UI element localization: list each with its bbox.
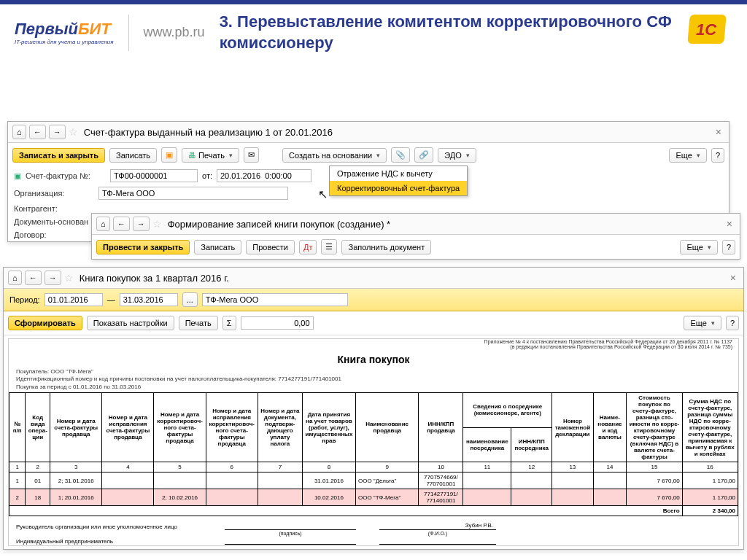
print-button[interactable]: Печать bbox=[179, 316, 218, 330]
logo-1c: 1С bbox=[689, 15, 732, 51]
more-button[interactable]: Еще bbox=[669, 148, 706, 163]
report-area: Приложение № 4 к постановлению Правитель… bbox=[8, 338, 739, 546]
post-icon[interactable]: ▣ bbox=[161, 147, 177, 163]
period-label: Период: bbox=[9, 295, 40, 304]
close-icon[interactable]: × bbox=[713, 126, 724, 138]
sig-ip-label: Индивидуальный предприниматель bbox=[16, 538, 220, 545]
attach-icon[interactable]: 📎 bbox=[391, 147, 410, 163]
regulation-note: Приложение № 4 к постановлению Правитель… bbox=[9, 339, 738, 349]
close-icon[interactable]: × bbox=[727, 272, 739, 284]
table-row[interactable]: 1012; 31.01.201631.01.2016ООО "Дельта"77… bbox=[9, 472, 738, 489]
fill-button[interactable]: Заполнить документ bbox=[341, 240, 431, 254]
more-button[interactable]: Еще bbox=[684, 316, 721, 330]
back-icon[interactable]: ← bbox=[113, 217, 130, 231]
logo-pervyi-bit: ПервыйБИТ IT-решения для учета и управле… bbox=[15, 20, 114, 45]
table-row[interactable]: 2181; 20.01.20162; 10.02.201610.02.2016О… bbox=[9, 489, 738, 506]
tree-icon[interactable]: ☰ bbox=[321, 239, 337, 254]
period-picker-button[interactable]: ... bbox=[182, 292, 198, 307]
sig-director-label: Руководитель организации или иное уполно… bbox=[16, 524, 220, 530]
date-from-input[interactable] bbox=[44, 293, 103, 306]
more-button[interactable]: Еще bbox=[680, 240, 717, 254]
ctr-label: Контрагент: bbox=[14, 204, 94, 213]
create-based-dropdown: Отражение НДС к вычету Корректировочный … bbox=[329, 166, 468, 196]
window-purchase-book: ⌂ ← → ☆ Книга покупок за 1 квартал 2016 … bbox=[3, 267, 744, 550]
dog-label: Договор: bbox=[14, 230, 94, 239]
forward-icon[interactable]: → bbox=[44, 271, 61, 285]
docs-label: Документы-основан bbox=[14, 217, 94, 226]
window-title: Формирование записей книги покупок (созд… bbox=[168, 219, 391, 230]
help-icon[interactable]: ? bbox=[711, 148, 724, 163]
create-based-button[interactable]: Создать на основании bbox=[282, 148, 387, 163]
back-icon[interactable]: ← bbox=[25, 271, 42, 285]
save-button[interactable]: Записать bbox=[109, 148, 157, 163]
dd-item-nds[interactable]: Отражение НДС к вычету bbox=[330, 166, 467, 181]
back-icon[interactable]: ← bbox=[29, 125, 46, 139]
sf-date-input[interactable] bbox=[217, 169, 311, 182]
print-button[interactable]: 🖶 Печать bbox=[182, 148, 239, 163]
url: www.pb.ru bbox=[144, 25, 205, 40]
post-close-button[interactable]: Провести и закрыть bbox=[96, 240, 190, 254]
window-title: Книга покупок за 1 квартал 2016 г. bbox=[80, 273, 229, 284]
date-to-input[interactable] bbox=[120, 293, 178, 306]
org-input[interactable] bbox=[98, 187, 288, 200]
org-input[interactable] bbox=[202, 293, 348, 306]
star-icon[interactable]: ☆ bbox=[64, 272, 74, 284]
help-icon[interactable]: ? bbox=[726, 316, 739, 330]
forward-icon[interactable]: → bbox=[49, 125, 66, 139]
window-book-entries: ⌂ ← → ☆ Формирование записей книги покуп… bbox=[91, 213, 740, 260]
form-button[interactable]: Сформировать bbox=[8, 316, 82, 330]
dd-item-corr-sf[interactable]: Корректировочный счет-фактура bbox=[330, 181, 467, 195]
sf-no-label: Счет-фактура №: bbox=[26, 171, 106, 180]
star-icon[interactable]: ☆ bbox=[152, 218, 162, 230]
slide-title: 3. Перевыставление комитентом корректиро… bbox=[220, 12, 674, 53]
window-title: Счет-фактура выданный на реализацию 1 от… bbox=[84, 127, 333, 138]
org-label: Организация: bbox=[14, 189, 94, 198]
save-close-button[interactable]: Записать и закрыть bbox=[12, 148, 105, 163]
help-icon[interactable]: ? bbox=[722, 240, 735, 254]
home-icon[interactable]: ⌂ bbox=[12, 125, 26, 139]
close-icon[interactable]: × bbox=[724, 218, 735, 230]
sf-no-input[interactable] bbox=[110, 169, 198, 182]
dt-kt-icon[interactable]: Дт bbox=[299, 240, 317, 254]
purchase-book-table: № п/п Код вида опера­ции Номер и дата сч… bbox=[9, 392, 738, 516]
sum-icon[interactable]: Σ bbox=[222, 316, 236, 330]
sum-field bbox=[241, 316, 314, 330]
home-icon[interactable]: ⌂ bbox=[8, 271, 22, 285]
mail-icon[interactable]: ✉ bbox=[244, 147, 259, 163]
mouse-cursor: ↖ bbox=[318, 187, 328, 201]
slide-header: ПервыйБИТ IT-решения для учета и управле… bbox=[0, 4, 747, 61]
post-button[interactable]: Провести bbox=[246, 240, 295, 254]
forward-icon[interactable]: → bbox=[133, 217, 150, 231]
report-title: Книга покупок bbox=[9, 349, 738, 367]
edo-button[interactable]: ЭДО bbox=[438, 148, 476, 163]
save-button[interactable]: Записать bbox=[194, 240, 241, 254]
home-icon[interactable]: ⌂ bbox=[96, 217, 110, 231]
clip-icon[interactable]: 🔗 bbox=[414, 147, 433, 163]
show-settings-button[interactable]: Показать настройки bbox=[87, 316, 174, 330]
star-icon[interactable]: ☆ bbox=[69, 126, 78, 138]
report-meta: Покупатель: ООО "ТФ-Мега" Идентификацион… bbox=[9, 367, 738, 392]
